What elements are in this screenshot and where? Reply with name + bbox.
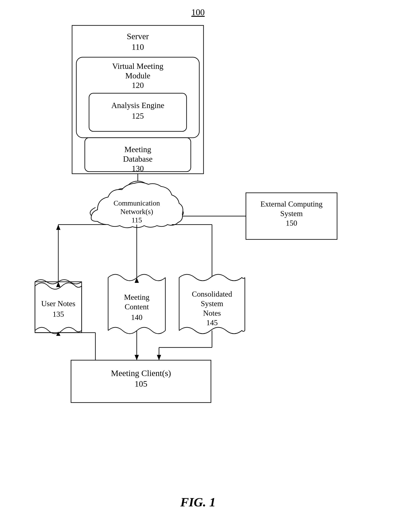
arrow-up-un [56, 225, 60, 230]
mc-label: Meeting [124, 293, 149, 302]
arrow-up-un2 [56, 282, 60, 287]
svg-rect-14 [35, 286, 82, 331]
user-notes-scroll [35, 280, 82, 333]
csn-label3: Notes [203, 309, 221, 317]
ref-100: 100 [192, 7, 205, 17]
arrow-mc-un [56, 332, 60, 336]
ecs-box [246, 193, 337, 239]
svg-point-1 [111, 189, 135, 212]
mc-ref: 140 [131, 313, 142, 322]
ecs-ref: 150 [286, 219, 297, 227]
svg-point-8 [112, 190, 134, 211]
arrow-up-mc [135, 278, 139, 283]
ecs-label2: System [280, 209, 303, 218]
csn-scroll: Consolidated System Notes 145 [179, 274, 245, 334]
mc-box [71, 360, 211, 403]
server-box [72, 25, 204, 174]
mdb-box [85, 138, 191, 172]
arrow-down-csn [157, 355, 161, 360]
mdb-label: Meeting [124, 145, 151, 154]
csn-ref: 145 [206, 318, 218, 327]
svg-point-11 [152, 197, 170, 216]
cloud-group: Communication Network(s) 115 [90, 181, 183, 229]
ae-label: Analysis Engine [111, 101, 164, 110]
ae-box [89, 93, 186, 131]
un-ref: 135 [52, 310, 64, 318]
svg-point-4 [151, 196, 171, 217]
svg-point-7 [95, 192, 178, 226]
mdb-label2: Database [123, 154, 152, 163]
user-notes-scroll: User Notes 135 [35, 283, 82, 334]
server-ref: 110 [132, 42, 144, 52]
csn-label2: System [201, 299, 223, 308]
server-label: Server [127, 32, 149, 41]
un-label: User Notes [41, 299, 76, 308]
svg-rect-13 [35, 282, 82, 333]
svg-point-0 [106, 186, 165, 229]
mc-label2: Content [125, 303, 149, 311]
fig-label: FIG. 1 [180, 495, 216, 509]
ae-ref: 125 [132, 111, 144, 120]
cloud-ref: 115 [131, 216, 142, 224]
cloud-label2: Network(s) [120, 208, 153, 216]
meeting-content-scroll: Meeting Content 140 [108, 274, 165, 334]
arrow-down-mc [135, 355, 139, 360]
ecs-label: External Computing [261, 200, 323, 208]
vmm-label: Virtual Meeting [112, 62, 163, 71]
svg-point-6 [90, 201, 183, 225]
svg-point-10 [141, 188, 164, 210]
mdb-ref: 130 [132, 164, 144, 173]
csn-label: Consolidated [192, 290, 232, 298]
cloud-label: Communication [113, 199, 160, 207]
diagram: 100 Server 110 Virtual Meeting Module 12… [0, 0, 396, 532]
mcs-label: Meeting Client(s) [111, 368, 171, 378]
svg-rect-17 [108, 278, 165, 328]
svg-point-12 [104, 198, 121, 215]
vmm-ref: 120 [132, 81, 144, 90]
svg-rect-20 [179, 278, 245, 328]
svg-point-9 [125, 182, 151, 208]
vmm-label2: Module [125, 71, 150, 80]
svg-point-5 [103, 197, 122, 216]
svg-point-3 [140, 187, 165, 212]
vmm-box [76, 57, 199, 138]
mcs-ref: 105 [135, 379, 147, 389]
svg-point-2 [124, 181, 151, 209]
